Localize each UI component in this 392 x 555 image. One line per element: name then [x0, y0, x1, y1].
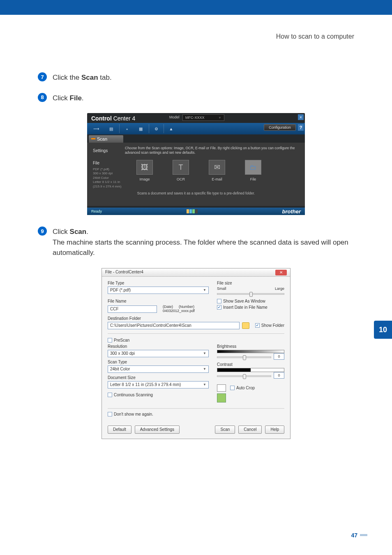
- scan-button[interactable]: Scan: [215, 426, 235, 434]
- chapter-tab: 10: [374, 321, 392, 339]
- advanced-settings-button[interactable]: Advanced Settings: [135, 426, 180, 434]
- envelope-icon: ✉: [209, 160, 225, 175]
- cc4-title-rest: Center 4: [113, 115, 136, 122]
- insert-date-checkbox[interactable]: ✔Insert Date in File Name: [217, 305, 284, 310]
- settings-label: Settings: [93, 148, 108, 153]
- file-size-slider[interactable]: [217, 293, 284, 295]
- autocrop-preview-icon: [217, 384, 226, 392]
- chevron-down-icon: ▼: [218, 116, 221, 120]
- chevron-down-icon: ▼: [203, 367, 206, 371]
- chevron-down-icon: ▼: [203, 288, 206, 292]
- step-number: 7: [38, 72, 47, 81]
- step-text-post: .: [86, 228, 88, 236]
- scan-file-button[interactable]: 🗀File: [245, 160, 261, 181]
- help-icon[interactable]: ?: [298, 124, 304, 131]
- scanner-icon[interactable]: ⟶: [90, 124, 103, 133]
- chk-label: Show Folder: [261, 323, 284, 328]
- file-type-value: PDF (*.pdf): [110, 288, 131, 292]
- brightness-gradient: [217, 350, 284, 353]
- configuration-button[interactable]: Configuration: [264, 124, 296, 131]
- step-text-pre: Click: [53, 94, 70, 102]
- step-8: 8 Click File.: [38, 93, 354, 104]
- close-icon[interactable]: ✕: [275, 270, 287, 275]
- pcfax-icon[interactable]: ▦: [134, 124, 147, 133]
- chevron-down-icon: ▼: [203, 352, 206, 355]
- text-icon: T: [173, 160, 189, 175]
- file-type-select[interactable]: PDF (*.pdf) ▼: [108, 287, 209, 294]
- scan-image-button[interactable]: 🖼Image: [136, 160, 153, 181]
- step-text-bold: Scan: [70, 228, 87, 236]
- contrast-value[interactable]: 0: [274, 372, 284, 379]
- step-body: The machine starts the scanning process.…: [53, 238, 348, 257]
- image-icon: 🖼: [136, 160, 153, 175]
- prescan-checkbox[interactable]: PreScan: [108, 338, 284, 342]
- step-7: 7 Click the Scan tab.: [38, 72, 354, 83]
- orientation-icon[interactable]: [217, 393, 226, 402]
- scan-file-description: Scans a document and saves it as a speci…: [87, 191, 305, 195]
- contrast-gradient: [217, 368, 284, 372]
- scan-email-button[interactable]: ✉E-mail: [209, 160, 225, 181]
- brand-logo: brother: [282, 208, 301, 215]
- number-label: (Number): [179, 305, 194, 309]
- step-9: 9 Click Scan. The machine starts the sca…: [38, 227, 354, 258]
- show-folder-checkbox[interactable]: ✔Show Folder: [255, 323, 284, 328]
- scantype-label: Scan Type: [108, 360, 209, 364]
- scan-ocr-button[interactable]: TOCR: [173, 160, 189, 181]
- scan-tab-label: Scan: [97, 136, 107, 141]
- dont-show-again-checkbox[interactable]: Don't show me again.: [108, 412, 284, 416]
- continuous-scanning-checkbox[interactable]: Continuous Scanning: [108, 393, 209, 397]
- file-size-label: File size: [217, 281, 284, 285]
- scan-tab[interactable]: Scan: [89, 135, 123, 143]
- opt-label: OCR: [177, 177, 185, 181]
- brightness-value[interactable]: 0: [274, 353, 284, 360]
- cc4-model-value: MFC-XXXX: [185, 116, 205, 120]
- scantype-value: 24bit Color: [110, 367, 130, 371]
- settings-description: Choose from the Scan options: Image, OCR…: [125, 146, 299, 155]
- scantype-select[interactable]: 24bit Color▼: [108, 365, 209, 373]
- browse-folder-icon[interactable]: [242, 322, 249, 329]
- docsize-select[interactable]: Letter 8 1/2 x 11 in (215.9 x 279.4 mm)▼: [108, 381, 209, 388]
- document-icon[interactable]: ▤: [104, 124, 118, 133]
- opt-label: Image: [139, 177, 150, 181]
- step-text-bold: Scan: [81, 74, 98, 81]
- resolution-label: Resolution: [108, 344, 209, 349]
- contrast-slider[interactable]: [217, 375, 271, 377]
- destination-value: C:\Users\User\Pictures\ControlCenter4\Sc…: [110, 323, 191, 328]
- step-text-post: tab.: [98, 74, 112, 81]
- date-label: (Date): [163, 305, 173, 309]
- camera-icon[interactable]: ∘: [119, 124, 132, 133]
- docsize-value: Letter 8 1/2 x 11 in (215.9 x 279.4 mm): [110, 382, 181, 387]
- device-settings-icon[interactable]: ⚙: [149, 124, 162, 133]
- close-icon[interactable]: ×: [298, 114, 304, 120]
- file-type-label: File Type: [108, 281, 209, 285]
- brightness-label: Brightness: [217, 344, 284, 349]
- file-name-value: CCF: [110, 307, 119, 311]
- destination-folder-input[interactable]: C:\Users\User\Pictures\ControlCenter4\Sc…: [108, 322, 240, 329]
- step-number: 9: [38, 227, 47, 236]
- autocrop-checkbox[interactable]: Auto Crop: [230, 386, 255, 390]
- chk-label: Insert Date in File Name: [223, 305, 267, 310]
- show-saveas-checkbox[interactable]: Show Save As Window: [217, 299, 284, 303]
- chk-label: Continuous Scanning: [114, 393, 153, 397]
- file-size-large: Large: [275, 287, 284, 291]
- dialog-title: File - ControlCenter4: [105, 270, 143, 275]
- step-text-pre: Click: [53, 228, 70, 236]
- chevron-down-icon: ▼: [203, 383, 206, 386]
- page-number-accent: [360, 534, 367, 536]
- help-button[interactable]: Help: [265, 426, 284, 434]
- opt-label: E-mail: [212, 177, 222, 181]
- destination-folder-label: Destination Folder: [108, 316, 284, 321]
- page-header: How to scan to a computer: [276, 33, 354, 40]
- brightness-slider[interactable]: [217, 356, 271, 358]
- step-text-bold: File: [70, 94, 82, 102]
- resolution-select[interactable]: 300 x 300 dpi▼: [108, 350, 209, 357]
- support-icon[interactable]: ▲: [164, 124, 177, 133]
- step-text-post: .: [82, 94, 84, 102]
- controlcenter4-window: Control Center 4 Model MFC-XXXX ▼ × ⟶ ▤ …: [87, 113, 305, 215]
- default-button[interactable]: Default: [108, 426, 131, 434]
- file-name-input[interactable]: CCF: [108, 305, 157, 313]
- status-label: Ready: [91, 209, 102, 213]
- cc4-model-select[interactable]: MFC-XXXX ▼: [182, 114, 224, 121]
- top-blue-bar: [0, 0, 392, 15]
- cancel-button[interactable]: Cancel: [238, 426, 262, 434]
